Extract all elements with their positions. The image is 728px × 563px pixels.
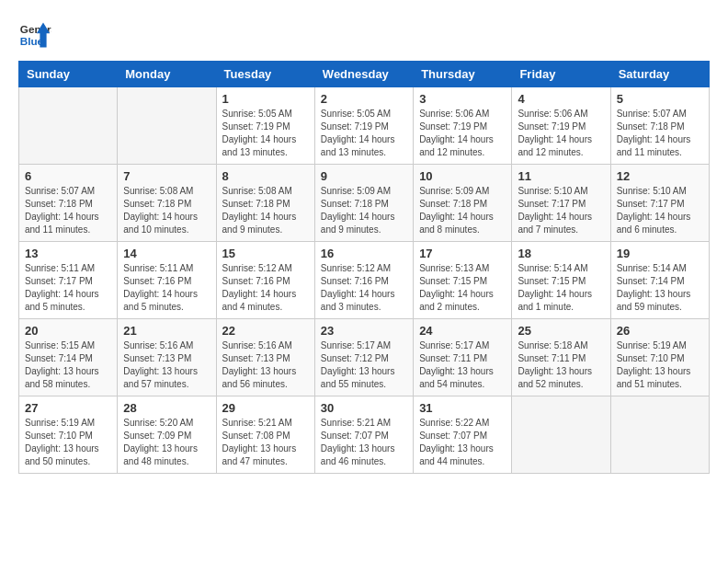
day-number: 24 <box>419 324 506 338</box>
day-info: Sunrise: 5:12 AM Sunset: 7:16 PM Dayligh… <box>321 262 407 314</box>
day-info: Sunrise: 5:17 AM Sunset: 7:12 PM Dayligh… <box>321 339 407 391</box>
day-info: Sunrise: 5:10 AM Sunset: 7:17 PM Dayligh… <box>617 185 703 236</box>
day-number: 13 <box>25 247 111 260</box>
calendar-cell: 31Sunrise: 5:22 AM Sunset: 7:07 PM Dayli… <box>414 396 512 474</box>
day-info: Sunrise: 5:11 AM Sunset: 7:17 PM Dayligh… <box>25 262 111 314</box>
calendar-cell: 30Sunrise: 5:21 AM Sunset: 7:07 PM Dayli… <box>314 396 413 474</box>
calendar-cell: 25Sunrise: 5:18 AM Sunset: 7:11 PM Dayli… <box>512 319 610 396</box>
day-number: 16 <box>321 247 407 260</box>
calendar-week-row: 13Sunrise: 5:11 AM Sunset: 7:17 PM Dayli… <box>19 242 710 319</box>
day-header: Monday <box>118 62 216 87</box>
day-info: Sunrise: 5:15 AM Sunset: 7:14 PM Dayligh… <box>25 339 111 391</box>
day-info: Sunrise: 5:05 AM Sunset: 7:19 PM Dayligh… <box>321 108 407 159</box>
day-number: 27 <box>25 401 111 415</box>
calendar-cell: 3Sunrise: 5:06 AM Sunset: 7:19 PM Daylig… <box>414 87 512 165</box>
day-info: Sunrise: 5:07 AM Sunset: 7:18 PM Dayligh… <box>25 185 111 236</box>
calendar-table: SundayMondayTuesdayWednesdayThursdayFrid… <box>18 61 710 474</box>
day-info: Sunrise: 5:14 AM Sunset: 7:14 PM Dayligh… <box>617 262 703 314</box>
day-info: Sunrise: 5:22 AM Sunset: 7:07 PM Dayligh… <box>419 417 506 468</box>
day-info: Sunrise: 5:12 AM Sunset: 7:16 PM Dayligh… <box>222 262 309 314</box>
calendar-cell: 7Sunrise: 5:08 AM Sunset: 7:18 PM Daylig… <box>118 165 216 242</box>
calendar-cell: 4Sunrise: 5:06 AM Sunset: 7:19 PM Daylig… <box>512 87 610 165</box>
day-info: Sunrise: 5:08 AM Sunset: 7:18 PM Dayligh… <box>123 185 210 236</box>
calendar-cell: 13Sunrise: 5:11 AM Sunset: 7:17 PM Dayli… <box>19 242 118 319</box>
day-number: 14 <box>123 247 210 260</box>
calendar-cell: 16Sunrise: 5:12 AM Sunset: 7:16 PM Dayli… <box>314 242 413 319</box>
calendar-week-row: 20Sunrise: 5:15 AM Sunset: 7:14 PM Dayli… <box>19 319 710 396</box>
calendar-cell: 27Sunrise: 5:19 AM Sunset: 7:10 PM Dayli… <box>19 396 118 474</box>
calendar-cell: 10Sunrise: 5:09 AM Sunset: 7:18 PM Dayli… <box>414 165 512 242</box>
day-header: Thursday <box>414 62 512 87</box>
day-number: 30 <box>321 401 407 415</box>
day-info: Sunrise: 5:05 AM Sunset: 7:19 PM Dayligh… <box>222 108 309 159</box>
day-number: 31 <box>419 401 506 415</box>
calendar-cell <box>118 87 216 165</box>
day-number: 17 <box>419 247 506 260</box>
day-number: 29 <box>222 401 309 415</box>
day-info: Sunrise: 5:13 AM Sunset: 7:15 PM Dayligh… <box>419 262 506 314</box>
calendar-cell: 9Sunrise: 5:09 AM Sunset: 7:18 PM Daylig… <box>314 165 413 242</box>
calendar-cell: 8Sunrise: 5:08 AM Sunset: 7:18 PM Daylig… <box>216 165 314 242</box>
day-number: 6 <box>25 169 111 183</box>
day-number: 3 <box>419 92 506 106</box>
calendar-cell: 28Sunrise: 5:20 AM Sunset: 7:09 PM Dayli… <box>118 396 216 474</box>
day-number: 21 <box>123 324 210 338</box>
calendar-cell: 14Sunrise: 5:11 AM Sunset: 7:16 PM Dayli… <box>118 242 216 319</box>
calendar-cell: 6Sunrise: 5:07 AM Sunset: 7:18 PM Daylig… <box>19 165 118 242</box>
calendar-cell: 26Sunrise: 5:19 AM Sunset: 7:10 PM Dayli… <box>610 319 709 396</box>
calendar-cell: 5Sunrise: 5:07 AM Sunset: 7:18 PM Daylig… <box>610 87 709 165</box>
day-number: 12 <box>617 169 703 183</box>
calendar-cell: 18Sunrise: 5:14 AM Sunset: 7:15 PM Dayli… <box>512 242 610 319</box>
day-info: Sunrise: 5:11 AM Sunset: 7:16 PM Dayligh… <box>123 262 210 314</box>
calendar-cell: 21Sunrise: 5:16 AM Sunset: 7:13 PM Dayli… <box>118 319 216 396</box>
day-info: Sunrise: 5:06 AM Sunset: 7:19 PM Dayligh… <box>518 108 604 159</box>
logo-icon: General Blue <box>18 18 51 52</box>
day-number: 26 <box>617 324 703 338</box>
day-number: 23 <box>321 324 407 338</box>
day-number: 11 <box>518 169 604 183</box>
calendar-cell: 20Sunrise: 5:15 AM Sunset: 7:14 PM Dayli… <box>19 319 118 396</box>
calendar-cell: 23Sunrise: 5:17 AM Sunset: 7:12 PM Dayli… <box>314 319 413 396</box>
day-info: Sunrise: 5:21 AM Sunset: 7:07 PM Dayligh… <box>321 417 407 468</box>
day-header: Tuesday <box>216 62 314 87</box>
calendar-cell: 11Sunrise: 5:10 AM Sunset: 7:17 PM Dayli… <box>512 165 610 242</box>
day-info: Sunrise: 5:10 AM Sunset: 7:17 PM Dayligh… <box>518 185 604 236</box>
day-info: Sunrise: 5:09 AM Sunset: 7:18 PM Dayligh… <box>321 185 407 236</box>
day-number: 5 <box>617 92 703 106</box>
calendar-cell: 15Sunrise: 5:12 AM Sunset: 7:16 PM Dayli… <box>216 242 314 319</box>
day-header: Friday <box>512 62 610 87</box>
calendar-cell: 19Sunrise: 5:14 AM Sunset: 7:14 PM Dayli… <box>610 242 709 319</box>
calendar-cell: 29Sunrise: 5:21 AM Sunset: 7:08 PM Dayli… <box>216 396 314 474</box>
day-header: Saturday <box>610 62 709 87</box>
day-number: 10 <box>419 169 506 183</box>
calendar-cell: 12Sunrise: 5:10 AM Sunset: 7:17 PM Dayli… <box>610 165 709 242</box>
day-info: Sunrise: 5:17 AM Sunset: 7:11 PM Dayligh… <box>419 339 506 391</box>
calendar-cell: 17Sunrise: 5:13 AM Sunset: 7:15 PM Dayli… <box>414 242 512 319</box>
day-info: Sunrise: 5:08 AM Sunset: 7:18 PM Dayligh… <box>222 185 309 236</box>
day-info: Sunrise: 5:20 AM Sunset: 7:09 PM Dayligh… <box>123 417 210 468</box>
day-info: Sunrise: 5:06 AM Sunset: 7:19 PM Dayligh… <box>419 108 506 159</box>
calendar-week-row: 6Sunrise: 5:07 AM Sunset: 7:18 PM Daylig… <box>19 165 710 242</box>
day-number: 22 <box>222 324 309 338</box>
calendar-week-row: 27Sunrise: 5:19 AM Sunset: 7:10 PM Dayli… <box>19 396 710 474</box>
calendar-cell <box>610 396 709 474</box>
calendar-header-row: SundayMondayTuesdayWednesdayThursdayFrid… <box>19 62 710 87</box>
day-number: 7 <box>123 169 210 183</box>
day-number: 2 <box>321 92 407 106</box>
day-info: Sunrise: 5:16 AM Sunset: 7:13 PM Dayligh… <box>123 339 210 391</box>
day-number: 25 <box>518 324 604 338</box>
calendar-cell: 2Sunrise: 5:05 AM Sunset: 7:19 PM Daylig… <box>314 87 413 165</box>
day-info: Sunrise: 5:16 AM Sunset: 7:13 PM Dayligh… <box>222 339 309 391</box>
day-number: 28 <box>123 401 210 415</box>
day-info: Sunrise: 5:19 AM Sunset: 7:10 PM Dayligh… <box>25 417 111 468</box>
day-info: Sunrise: 5:21 AM Sunset: 7:08 PM Dayligh… <box>222 417 309 468</box>
day-header: Wednesday <box>314 62 413 87</box>
calendar-cell <box>19 87 118 165</box>
day-number: 1 <box>222 92 309 106</box>
calendar-week-row: 1Sunrise: 5:05 AM Sunset: 7:19 PM Daylig… <box>19 87 710 165</box>
day-info: Sunrise: 5:09 AM Sunset: 7:18 PM Dayligh… <box>419 185 506 236</box>
day-header: Sunday <box>19 62 118 87</box>
calendar-cell <box>512 396 610 474</box>
header: General Blue <box>18 18 710 52</box>
day-number: 19 <box>617 247 703 260</box>
